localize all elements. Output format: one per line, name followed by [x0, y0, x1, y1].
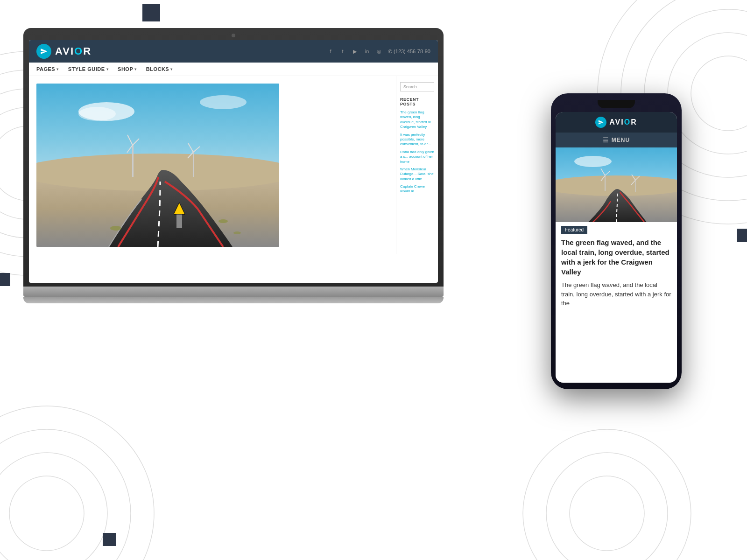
svg-point-14: [570, 476, 644, 551]
nav-blocks[interactable]: BLOCKS ▾: [146, 66, 173, 72]
decorative-square-4: [103, 533, 116, 546]
laptop-base-hinge: [23, 287, 444, 297]
recent-post-3[interactable]: Rona had only given a s... account of he…: [400, 150, 434, 164]
recent-post-5[interactable]: Captain Crewe would m...: [400, 184, 434, 194]
svg-rect-27: [193, 151, 194, 177]
nav-shop[interactable]: SHOP ▾: [118, 66, 137, 72]
search-input[interactable]: [400, 82, 434, 91]
nav-style-guide[interactable]: STYLE GUIDE ▾: [68, 66, 108, 72]
linkedin-icon[interactable]: in: [363, 47, 371, 56]
nav-pages[interactable]: PAGES ▾: [36, 66, 59, 72]
svg-point-34: [218, 219, 228, 223]
recent-post-2[interactable]: It was perfectly possible, more convenie…: [400, 133, 434, 147]
chevron-down-icon: ▾: [106, 67, 109, 71]
svg-point-15: [546, 453, 668, 560]
phone-logo: AVIOR: [595, 117, 637, 128]
main-content: [29, 76, 396, 254]
phone-hero-image: [556, 147, 677, 222]
svg-point-35: [233, 231, 241, 234]
laptop-screen: AVIOR f t ▶ in ◎ ✆ (123) 456-78-90: [29, 40, 438, 283]
social-icons: f t ▶ in ◎: [326, 47, 383, 56]
phone-logo-icon: [595, 117, 606, 128]
sidebar: RECENT POSTS The green flag waved, long …: [396, 76, 438, 254]
logo-text: AVIOR: [55, 45, 92, 57]
decorative-square-3: [737, 229, 747, 242]
svg-point-10: [9, 476, 84, 551]
website-nav: PAGES ▾ STYLE GUIDE ▾ SHOP ▾ BLOCKS ▾: [29, 63, 438, 76]
svg-point-33: [110, 226, 121, 231]
svg-point-20: [200, 95, 247, 109]
laptop-screen-frame: AVIOR f t ▶ in ◎ ✆ (123) 456-78-90: [23, 28, 444, 287]
svg-point-16: [523, 429, 691, 560]
website-body: RECENT POSTS The green flag waved, long …: [29, 76, 438, 254]
featured-label: Featured: [561, 226, 587, 234]
recent-post-4[interactable]: When Monsieur Dufarge... Sara, she looke…: [400, 167, 434, 182]
svg-rect-44: [635, 179, 636, 192]
svg-point-37: [574, 156, 612, 167]
youtube-icon[interactable]: ▶: [351, 47, 359, 56]
recent-posts-title: RECENT POSTS: [400, 97, 434, 106]
recent-post-1[interactable]: The green flag waved, long overdue, star…: [400, 110, 434, 130]
logo-icon: [36, 44, 51, 59]
decorative-square-1: [142, 4, 160, 21]
svg-rect-40: [605, 175, 606, 191]
phone-menu-bar: ☰ MENU: [556, 133, 677, 147]
svg-point-5: [691, 56, 747, 131]
phone-number: ✆ (123) 456-78-90: [388, 49, 430, 55]
svg-point-13: [0, 406, 154, 560]
laptop-camera: [232, 34, 235, 37]
website-logo: AVIOR: [36, 44, 92, 59]
phone-notch: [598, 100, 635, 108]
header-right: f t ▶ in ◎ ✆ (123) 456-78-90: [326, 47, 430, 56]
instagram-icon[interactable]: ◎: [375, 47, 383, 56]
hero-image: [36, 84, 279, 247]
featured-badge: Featured: [556, 222, 677, 238]
website-header: AVIOR f t ▶ in ◎ ✆ (123) 456-78-90: [29, 40, 438, 63]
laptop-base: [23, 297, 444, 303]
phone-website-header: AVIOR: [556, 112, 677, 133]
facebook-icon[interactable]: f: [326, 47, 335, 56]
decorative-square-2: [0, 273, 10, 286]
phone-shell: AVIOR ☰ MENU: [551, 93, 682, 389]
svg-point-19: [78, 107, 116, 121]
hamburger-icon: ☰: [603, 136, 609, 144]
chevron-down-icon: ▾: [56, 67, 59, 71]
svg-rect-23: [132, 144, 134, 177]
phone-article-excerpt: The green flag waved, and the local trai…: [556, 280, 677, 308]
phone-screen: AVIOR ☰ MENU: [556, 112, 677, 383]
svg-point-11: [0, 453, 107, 560]
phone-article-title: The green flag waved, and the local trai…: [556, 238, 677, 280]
menu-label[interactable]: MENU: [612, 137, 630, 143]
laptop-device: AVIOR f t ▶ in ◎ ✆ (123) 456-78-90: [23, 28, 444, 303]
phone-device: AVIOR ☰ MENU: [551, 93, 682, 389]
chevron-down-icon: ▾: [170, 67, 173, 71]
twitter-icon[interactable]: t: [338, 47, 347, 56]
phone-logo-text: AVIOR: [609, 118, 637, 126]
chevron-down-icon: ▾: [134, 67, 137, 71]
